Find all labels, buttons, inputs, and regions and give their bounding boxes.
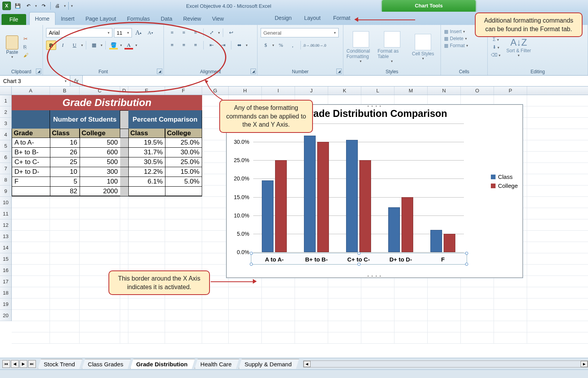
- legend-item[interactable]: Class: [491, 173, 518, 180]
- chart-bar[interactable]: [430, 230, 442, 253]
- table-cell[interactable]: 10: [50, 167, 80, 177]
- col-header-P[interactable]: P: [494, 87, 527, 95]
- row-header-4[interactable]: 4: [0, 129, 11, 140]
- row-header-20[interactable]: 20: [0, 310, 11, 321]
- chart-bar[interactable]: [317, 142, 329, 252]
- table-cell[interactable]: 16: [50, 138, 80, 148]
- sheet-nav-first[interactable]: ⏮: [2, 360, 10, 368]
- excel-icon[interactable]: X: [2, 2, 11, 10]
- row-header-13[interactable]: 13: [0, 231, 11, 242]
- fx-icon[interactable]: fx: [70, 78, 82, 84]
- sheet-tab[interactable]: Class Grades: [82, 359, 131, 369]
- cell-styles-button[interactable]: Cell Styles▾: [409, 34, 437, 60]
- table-cell[interactable]: 26: [50, 148, 80, 157]
- print-preview-icon[interactable]: 🖨: [53, 2, 62, 10]
- decrease-font-icon[interactable]: A▾: [145, 28, 155, 37]
- table-cell[interactable]: 600: [80, 148, 120, 157]
- hscroll-right-button[interactable]: ▶: [581, 361, 588, 367]
- table-cell[interactable]: 82: [50, 187, 80, 196]
- table-cell[interactable]: 31.7%: [128, 148, 165, 157]
- align-center-icon[interactable]: ≡: [179, 41, 189, 50]
- table-cell[interactable]: D+ to D-: [12, 167, 50, 177]
- row-header-19[interactable]: 19: [0, 299, 11, 310]
- table-cell[interactable]: 100: [80, 177, 120, 187]
- select-all-corner[interactable]: [0, 87, 12, 95]
- clipboard-dialog-launcher[interactable]: ◢: [36, 69, 41, 74]
- hscroll-left-button[interactable]: ◀: [304, 361, 311, 367]
- chart-bar[interactable]: [346, 140, 358, 252]
- underline-button[interactable]: U: [69, 41, 80, 50]
- chart-bar[interactable]: [262, 180, 274, 252]
- chart-bar[interactable]: [304, 136, 316, 252]
- row-header-2[interactable]: 2: [0, 106, 11, 118]
- table-cell[interactable]: 12.2%: [128, 167, 165, 177]
- format-painter-icon[interactable]: 🖌: [23, 52, 28, 58]
- table-cell[interactable]: 25.0%: [165, 157, 202, 167]
- col-header-A[interactable]: A: [12, 87, 50, 95]
- chart-legend[interactable]: ClassCollege: [491, 171, 518, 191]
- row-header-6[interactable]: 6: [0, 152, 11, 163]
- italic-button[interactable]: I: [58, 41, 68, 50]
- increase-font-icon[interactable]: A▴: [133, 28, 144, 37]
- tab-layout[interactable]: Layout: [298, 12, 327, 24]
- orientation-icon[interactable]: ⤢: [206, 28, 217, 37]
- table-cell[interactable]: 500: [80, 138, 120, 148]
- row-header-5[interactable]: 5: [0, 140, 11, 152]
- col-header-L[interactable]: L: [361, 87, 394, 95]
- align-middle-icon[interactable]: ≡: [179, 28, 189, 37]
- col-header-O[interactable]: O: [461, 87, 494, 95]
- number-dialog-launcher[interactable]: ◢: [336, 69, 342, 74]
- chart-move-handle-top[interactable]: • • • •: [368, 104, 382, 108]
- font-name-combo[interactable]: Arial▾: [46, 28, 112, 37]
- redo-icon[interactable]: ↷: [39, 2, 48, 10]
- sheet-nav-last[interactable]: ⏭: [28, 360, 36, 368]
- row-header-17[interactable]: 17: [0, 276, 11, 287]
- qat-customize[interactable]: ▾: [71, 4, 73, 8]
- sheet-tab[interactable]: Supply & Demand: [239, 359, 299, 369]
- row-header-3[interactable]: 3: [0, 118, 11, 129]
- number-format-combo[interactable]: General▾: [261, 28, 339, 37]
- copy-icon[interactable]: ⎘: [23, 44, 28, 50]
- tab-file[interactable]: File: [2, 14, 26, 25]
- col-header-H[interactable]: H: [229, 87, 262, 95]
- row-header-14[interactable]: 14: [0, 242, 11, 253]
- table-cell[interactable]: C+ to C-: [12, 157, 50, 167]
- formula-bar-input[interactable]: [82, 76, 588, 86]
- align-top-icon[interactable]: ≡: [167, 28, 177, 37]
- decrease-indent-icon[interactable]: ⇤: [206, 41, 217, 50]
- row-header-11[interactable]: 11: [0, 208, 11, 219]
- col-header-I[interactable]: I: [262, 87, 295, 95]
- percent-format-icon[interactable]: %: [276, 41, 286, 50]
- sheet-nav-next[interactable]: ▶: [20, 360, 27, 368]
- clear-icon[interactable]: ⌫ ▾: [491, 52, 501, 58]
- increase-indent-icon[interactable]: ⇥: [218, 41, 228, 50]
- cut-icon[interactable]: ✂: [23, 36, 28, 42]
- table-cell[interactable]: 5.0%: [165, 177, 202, 187]
- chart-bar[interactable]: [388, 207, 400, 252]
- table-cell[interactable]: F: [12, 177, 50, 187]
- row-header-18[interactable]: 18: [0, 287, 11, 299]
- col-header-M[interactable]: M: [394, 87, 428, 95]
- undo-dropdown[interactable]: ▾: [35, 4, 37, 8]
- align-bottom-icon[interactable]: ≡: [190, 28, 201, 37]
- paste-button[interactable]: Paste ▾: [3, 35, 21, 59]
- tab-formulas[interactable]: Formulas: [122, 12, 155, 25]
- table-cell[interactable]: 25.0%: [165, 138, 202, 148]
- font-size-combo[interactable]: 11▾: [114, 28, 132, 37]
- tab-design[interactable]: Design: [268, 12, 298, 24]
- col-header-F[interactable]: F: [165, 87, 202, 95]
- chart-bar[interactable]: [444, 234, 455, 252]
- tab-insert[interactable]: Insert: [55, 12, 80, 25]
- col-header-N[interactable]: N: [428, 87, 461, 95]
- format-as-table-button[interactable]: Format as Table▾: [378, 31, 407, 63]
- table-cell[interactable]: A to A-: [12, 138, 50, 148]
- save-icon[interactable]: 💾: [13, 2, 22, 10]
- col-header-K[interactable]: K: [328, 87, 361, 95]
- col-header-E[interactable]: E: [128, 87, 165, 95]
- chart-bar[interactable]: [359, 160, 371, 252]
- chart-plot-area[interactable]: 0.0%5.0%10.0%15.0%20.0%25.0%30.0%35.0%: [253, 124, 464, 252]
- table-cell[interactable]: 30.5%: [128, 157, 165, 167]
- comma-format-icon[interactable]: ,: [288, 41, 298, 50]
- table-cell[interactable]: 300: [80, 167, 120, 177]
- autosum-icon[interactable]: Σ ▾: [493, 37, 499, 42]
